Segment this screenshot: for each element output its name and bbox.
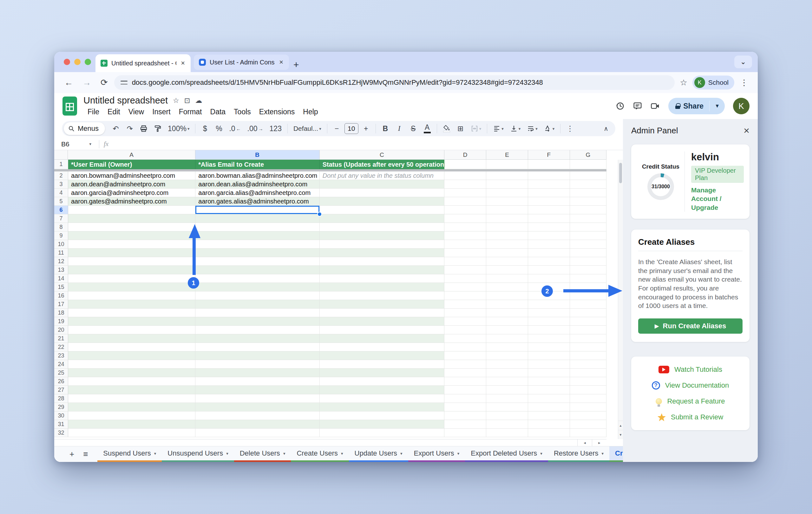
cell-c19[interactable]	[320, 317, 444, 326]
cloud-status-icon[interactable]: ☁	[195, 97, 202, 105]
cell-c9[interactable]	[320, 232, 444, 240]
name-box[interactable]: B6▾	[61, 140, 94, 148]
decrease-font-size-button[interactable]: −	[330, 122, 343, 135]
cell-a26[interactable]	[68, 377, 195, 386]
cell-e16[interactable]	[486, 292, 528, 300]
link-watch-tutorials[interactable]: Watch Tutorials	[638, 366, 743, 374]
cell-g26[interactable]	[570, 377, 606, 386]
row-header-24[interactable]: 24	[54, 360, 68, 369]
cell-d27[interactable]	[444, 386, 486, 394]
cell-e30[interactable]	[486, 411, 528, 420]
cell-e25[interactable]	[486, 369, 528, 377]
cell-a6[interactable]	[68, 206, 195, 214]
row-header-31[interactable]: 31	[54, 420, 68, 429]
cell-b4[interactable]: aaron.garcia.alias@adminsheetpro.com	[195, 189, 319, 197]
cell-c27[interactable]	[320, 386, 444, 394]
format-percent-button[interactable]: %	[212, 122, 225, 135]
cell-d19[interactable]	[444, 317, 486, 326]
cell-d5[interactable]	[444, 197, 486, 206]
font-select[interactable]: Defaul...▾	[291, 122, 324, 135]
cell-b9[interactable]	[195, 232, 319, 240]
row-header-18[interactable]: 18	[54, 308, 68, 317]
menu-view[interactable]: View	[124, 107, 148, 117]
link-view-documentation[interactable]: ?View Documentation	[638, 381, 743, 389]
cell-e3[interactable]	[486, 180, 528, 189]
cell-g16[interactable]	[570, 292, 606, 300]
increase-decimal-button[interactable]: .00→	[245, 122, 266, 135]
sheet-tab-unsuspend-users[interactable]: Unsuspend Users▾	[162, 447, 234, 462]
cell-f21[interactable]	[528, 334, 570, 343]
cell-f28[interactable]	[528, 394, 570, 403]
horizontal-align-button[interactable]: ▾	[490, 122, 506, 135]
cell-c21[interactable]	[320, 334, 444, 343]
cell-f22[interactable]	[528, 343, 570, 351]
menu-extensions[interactable]: Extensions	[255, 107, 299, 117]
link-submit-a-review[interactable]: Submit a Review	[638, 413, 743, 421]
row-header-11[interactable]: 11	[54, 249, 68, 257]
header-cell-a1[interactable]: *User Email (Owner)	[68, 160, 195, 169]
cell-d25[interactable]	[444, 369, 486, 377]
cell-b18[interactable]	[195, 308, 319, 317]
cell-e4[interactable]	[486, 189, 528, 197]
cell-g24[interactable]	[570, 360, 606, 369]
add-sheet-button[interactable]: +	[65, 447, 79, 462]
cell-a2[interactable]: aaron.bowman@adminsheetpro.com	[68, 171, 195, 180]
menu-file[interactable]: File	[83, 107, 104, 117]
sheet-tab-menu-icon[interactable]: ▾	[341, 451, 343, 456]
sheet-tab-create-users[interactable]: Create Users▾	[291, 447, 349, 462]
row-header-23[interactable]: 23	[54, 351, 68, 360]
cell-b7[interactable]	[195, 214, 319, 223]
cell-b8[interactable]	[195, 223, 319, 232]
vertical-align-button[interactable]: ▾	[508, 122, 523, 135]
tab-search-button[interactable]: ⌄	[734, 56, 752, 68]
cell-e15[interactable]	[486, 283, 528, 292]
header-cell-g1[interactable]	[570, 160, 606, 169]
new-tab-button[interactable]: +	[289, 59, 303, 72]
cell-a14[interactable]	[68, 274, 195, 283]
cell-d28[interactable]	[444, 394, 486, 403]
cell-g20[interactable]	[570, 326, 606, 334]
row-header-20[interactable]: 20	[54, 326, 68, 334]
cell-b19[interactable]	[195, 317, 319, 326]
cell-g5[interactable]	[570, 197, 606, 206]
cell-a20[interactable]	[68, 326, 195, 334]
cell-b25[interactable]	[195, 369, 319, 377]
cell-g12[interactable]	[570, 257, 606, 266]
cell-e26[interactable]	[486, 377, 528, 386]
cell-d32[interactable]	[444, 429, 486, 437]
sheet-tab-suspend-users[interactable]: Suspend Users▾	[97, 447, 162, 462]
cell-g4[interactable]	[570, 189, 606, 197]
cell-a28[interactable]	[68, 394, 195, 403]
cell-a17[interactable]	[68, 300, 195, 308]
row-header-29[interactable]: 29	[54, 403, 68, 411]
cell-b15[interactable]	[195, 283, 319, 292]
cell-f31[interactable]	[528, 420, 570, 429]
horizontal-scrollbar[interactable]: ◂ ▸	[54, 439, 606, 446]
collapse-toolbar-icon[interactable]: ∧	[599, 125, 613, 132]
cell-c22[interactable]	[320, 343, 444, 351]
cell-a7[interactable]	[68, 214, 195, 223]
forward-icon[interactable]: →	[79, 78, 94, 88]
frozen-row-divider[interactable]	[54, 169, 606, 171]
minimize-window-button[interactable]	[74, 59, 81, 65]
cell-g7[interactable]	[570, 214, 606, 223]
manage-account-link[interactable]: Manage Account / Upgrade	[691, 186, 744, 212]
cell-c25[interactable]	[320, 369, 444, 377]
cell-c12[interactable]	[320, 257, 444, 266]
row-header-4[interactable]: 4	[54, 189, 68, 197]
cell-a15[interactable]	[68, 283, 195, 292]
cell-b13[interactable]	[195, 266, 319, 274]
cell-f17[interactable]	[528, 300, 570, 308]
row-header-1[interactable]: 1	[54, 160, 68, 169]
cell-b14[interactable]	[195, 274, 319, 283]
cell-f23[interactable]	[528, 351, 570, 360]
cell-a4[interactable]: aaron.garcia@adminsheetpro.com	[68, 189, 195, 197]
select-all-corner[interactable]	[54, 150, 68, 160]
cell-b17[interactable]	[195, 300, 319, 308]
cell-g10[interactable]	[570, 240, 606, 249]
cell-f6[interactable]	[528, 206, 570, 214]
cell-e27[interactable]	[486, 386, 528, 394]
browser-profile-chip[interactable]: K School	[692, 76, 734, 89]
cell-a24[interactable]	[68, 360, 195, 369]
cell-g6[interactable]	[570, 206, 606, 214]
